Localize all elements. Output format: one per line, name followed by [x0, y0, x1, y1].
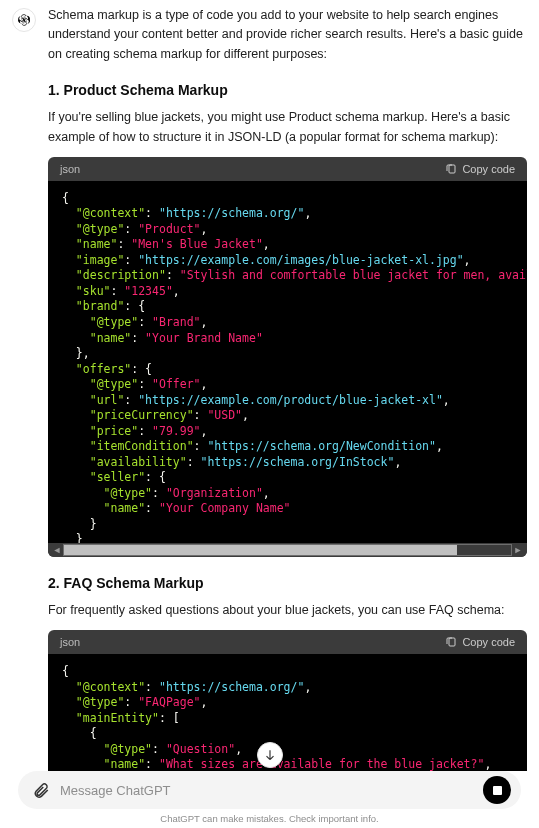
scrollbar-thumb[interactable]	[64, 545, 457, 555]
scroll-right-arrow-icon[interactable]: ►	[512, 544, 524, 556]
attach-button[interactable]	[32, 781, 50, 799]
chat-scroll-area[interactable]: Schema markup is a type of code you add …	[0, 0, 539, 780]
assistant-content: Schema markup is a type of code you add …	[48, 6, 527, 780]
section2-heading: 2. FAQ Schema Markup	[48, 575, 527, 591]
intro-paragraph: Schema markup is a type of code you add …	[48, 6, 527, 64]
code-block-faq: json Copy code { "@context": "https://sc…	[48, 630, 527, 780]
copy-code-label: Copy code	[462, 163, 515, 175]
code-block-product: json Copy code { "@context": "https://sc…	[48, 157, 527, 557]
code-body-faq[interactable]: { "@context": "https://schema.org/", "@t…	[48, 664, 527, 780]
assistant-avatar	[12, 8, 36, 32]
scroll-to-bottom-button[interactable]	[257, 742, 283, 768]
paperclip-icon	[32, 781, 50, 799]
svg-rect-1	[449, 638, 455, 646]
clipboard-icon	[445, 636, 457, 648]
code-lang-label: json	[60, 163, 80, 175]
code-body-product[interactable]: { "@context": "https://schema.org/", "@t…	[48, 191, 527, 543]
copy-code-button[interactable]: Copy code	[445, 636, 515, 648]
stop-button[interactable]	[483, 776, 511, 804]
horizontal-scrollbar[interactable]: ◄ ►	[48, 543, 527, 557]
section2-text: For frequently asked questions about you…	[48, 601, 527, 620]
code-lang-label: json	[60, 636, 80, 648]
stop-icon	[493, 786, 502, 795]
clipboard-icon	[445, 163, 457, 175]
svg-rect-0	[449, 165, 455, 173]
scroll-left-arrow-icon[interactable]: ◄	[51, 544, 63, 556]
scrollbar-track[interactable]	[63, 544, 512, 556]
copy-code-button[interactable]: Copy code	[445, 163, 515, 175]
disclaimer-text: ChatGPT can make mistakes. Check importa…	[18, 809, 521, 824]
message-input[interactable]	[60, 783, 473, 798]
composer	[18, 771, 521, 809]
composer-wrap: ChatGPT can make mistakes. Check importa…	[0, 771, 539, 828]
section1-heading: 1. Product Schema Markup	[48, 82, 527, 98]
assistant-message: Schema markup is a type of code you add …	[12, 6, 527, 780]
openai-logo-icon	[17, 13, 31, 27]
section1-text: If you're selling blue jackets, you migh…	[48, 108, 527, 147]
code-header: json Copy code	[48, 157, 527, 181]
arrow-down-icon	[263, 748, 277, 762]
copy-code-label: Copy code	[462, 636, 515, 648]
code-header: json Copy code	[48, 630, 527, 654]
